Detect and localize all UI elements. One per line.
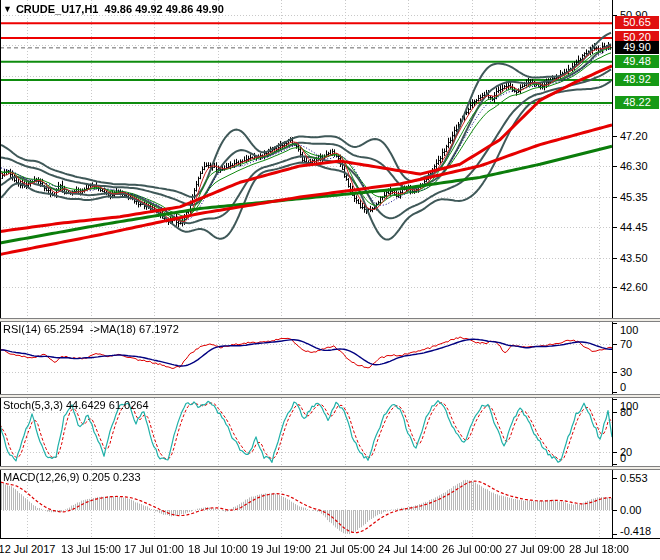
price-axis[interactable]: 50.9047.2046.3045.3544.4543.5042.6010070… — [612, 0, 660, 538]
price-tick-label: 45.35 — [620, 191, 648, 203]
price-tick-mark — [613, 287, 617, 288]
time-tick-label: 18 Jul 10:00 — [188, 543, 248, 555]
time-tick-label: 12 Jul 2017 — [0, 543, 55, 555]
symbol-dropdown-icon[interactable]: ▼ — [3, 4, 12, 14]
rsi-label: RSI(14) 65.2594 ->MA(18) 67.1972 — [3, 323, 179, 335]
pane-separator[interactable] — [0, 466, 660, 470]
rsi-tick-mark — [613, 372, 617, 373]
time-tick-label: 17 Jul 01:00 — [124, 543, 184, 555]
time-tick-label: 19 Jul 19:00 — [251, 543, 311, 555]
rsi-tick-label: 0 — [620, 381, 626, 393]
macd-tick-label: -0.418 — [620, 525, 651, 537]
price-tick-mark — [613, 258, 617, 259]
trading-chart-window: ▼CRUDE_U17,H1 49.86 49.92 49.86 49.90 RS… — [0, 0, 660, 560]
time-axis[interactable]: 12 Jul 201713 Jul 15:0017 Jul 01:0018 Ju… — [0, 538, 660, 560]
price-badge-current: 49.90 — [615, 41, 659, 54]
rsi-tick-mark — [613, 323, 617, 324]
price-tick-label: 47.20 — [620, 130, 648, 142]
time-tick-label: 21 Jul 05:00 — [315, 543, 375, 555]
macd-tick-mark — [613, 510, 617, 511]
stoch-tick-mark — [613, 399, 617, 400]
stoch-tick-label: 80 — [620, 406, 632, 418]
time-tick-label: 28 Jul 18:00 — [569, 543, 629, 555]
stoch-tick-mark — [613, 464, 617, 465]
chart-title: CRUDE_U17,H1 49.86 49.92 49.86 49.90 — [16, 3, 224, 15]
stochastic-label: Stoch(5,3,3) 44.6429 61.0264 — [3, 399, 149, 411]
price-tick-label: 43.50 — [620, 252, 648, 264]
price-badge-green: 48.22 — [615, 96, 659, 109]
time-tick-label: 24 Jul 14:00 — [378, 543, 438, 555]
stoch-tick-label: 0 — [620, 452, 626, 464]
stoch-tick-mark — [613, 452, 617, 453]
price-badge-red: 50.65 — [615, 16, 659, 29]
time-tick-label: 26 Jul 00:00 — [442, 543, 502, 555]
macd-tick-mark — [613, 534, 617, 535]
price-pane-canvas[interactable] — [0, 0, 612, 318]
macd-tick-mark — [613, 478, 617, 479]
price-tick-mark — [613, 166, 617, 167]
time-tick-label: 27 Jul 09:00 — [505, 543, 565, 555]
price-tick-label: 46.30 — [620, 160, 648, 172]
stoch-tick-mark — [613, 412, 617, 413]
pane-separator[interactable] — [0, 318, 660, 322]
rsi-tick-label: 30 — [620, 366, 632, 378]
price-tick-mark — [613, 136, 617, 137]
price-badge-green: 48.92 — [615, 73, 659, 86]
rsi-tick-label: 70 — [620, 338, 632, 350]
price-tick-label: 42.60 — [620, 281, 648, 293]
rsi-tick-label: 100 — [620, 324, 638, 336]
price-tick-mark — [613, 227, 617, 228]
price-tick-mark — [613, 197, 617, 198]
price-badge-green: 49.48 — [615, 55, 659, 68]
rsi-tick-mark — [613, 392, 617, 393]
price-tick-label: 44.45 — [620, 221, 648, 233]
macd-tick-label: 0.00 — [620, 504, 641, 516]
macd-label: MACD(12,26,9) 0.205 0.233 — [3, 471, 141, 483]
macd-tick-label: 0.553 — [620, 472, 648, 484]
time-tick-label: 13 Jul 15:00 — [61, 543, 121, 555]
chart-title-bar: ▼CRUDE_U17,H1 49.86 49.92 49.86 49.90 — [3, 3, 224, 15]
rsi-tick-mark — [613, 344, 617, 345]
pane-separator[interactable] — [0, 394, 660, 398]
